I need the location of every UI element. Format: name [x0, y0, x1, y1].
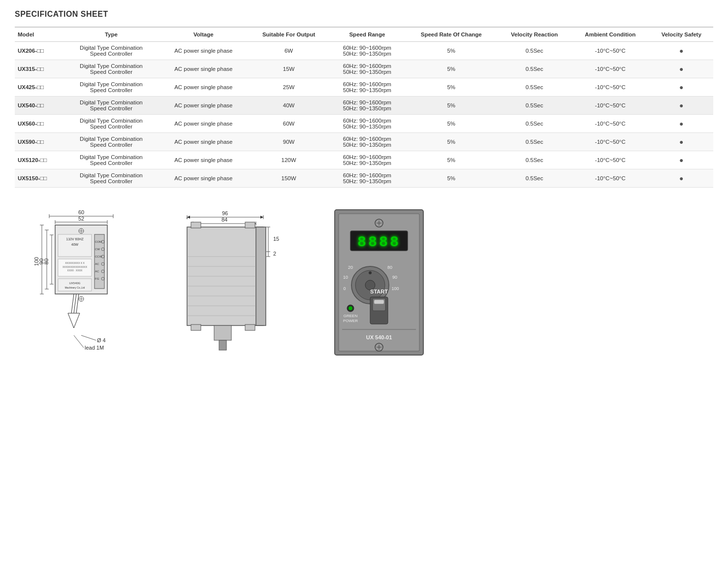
col-voltage: Voltage	[159, 27, 248, 42]
cell-output: 90W	[248, 133, 330, 151]
svg-rect-82	[191, 325, 201, 330]
col-speed: Speed Range	[329, 27, 405, 42]
cell-model: UX425-□□	[15, 78, 63, 97]
cell-voltage: AC power single phase	[159, 60, 248, 78]
svg-line-38	[71, 294, 74, 313]
cell-model: UX206-□□	[15, 42, 63, 60]
cell-voltage: AC power single phase	[159, 78, 248, 97]
cell-ambient: -10°C~50°C	[571, 78, 649, 97]
svg-text:Machinery Co.,Ltd: Machinery Co.,Ltd	[65, 286, 85, 289]
cell-model: UX315-□□	[15, 60, 63, 78]
cell-voltage: AC power single phase	[159, 169, 248, 188]
cell-type: Digital Type CombinationSpeed Controller	[63, 115, 159, 133]
cell-type: Digital Type CombinationSpeed Controller	[63, 151, 159, 169]
svg-marker-63	[187, 216, 190, 219]
svg-text:UX 540-01: UX 540-01	[366, 334, 392, 340]
col-output: Suitable For Output	[248, 27, 330, 42]
svg-text:8888: 8888	[357, 234, 401, 251]
svg-text:84: 84	[222, 217, 227, 223]
cell-reaction: 0.5Sec	[498, 169, 571, 188]
cell-rate: 5%	[405, 60, 498, 78]
col-ambient: Ambient Condition	[571, 27, 649, 42]
cell-speed: 60Hz: 90~1600rpm50Hz: 90~1350rpm	[329, 115, 405, 133]
cell-reaction: 0.5Sec	[498, 151, 571, 169]
cell-voltage: AC power single phase	[159, 151, 248, 169]
svg-line-56	[74, 335, 84, 348]
cell-reaction: 0.5Sec	[498, 42, 571, 60]
svg-rect-113	[374, 300, 384, 304]
cell-model: UX5120-□□	[15, 151, 63, 169]
cell-rate: 5%	[405, 133, 498, 151]
svg-text:110V 60HZ: 110V 60HZ	[66, 237, 84, 241]
cell-reaction: 0.5Sec	[498, 115, 571, 133]
svg-text:60: 60	[78, 209, 84, 215]
svg-text:80: 80	[387, 265, 392, 270]
svg-text:START: START	[370, 289, 388, 294]
cell-model: UX5150-□□	[15, 169, 63, 188]
cell-speed: 60Hz: 90~1600rpm50Hz: 90~1350rpm	[329, 151, 405, 169]
cell-type: Digital Type CombinationSpeed Controller	[63, 42, 159, 60]
cell-model: UX560-□□	[15, 115, 63, 133]
table-row: UX5150-□□ Digital Type CombinationSpeed …	[15, 169, 713, 188]
table-row: UX315-□□ Digital Type CombinationSpeed C…	[15, 60, 713, 78]
cell-output: 60W	[248, 115, 330, 133]
svg-text:2: 2	[273, 251, 276, 257]
cell-ambient: -10°C~50°C	[571, 97, 649, 115]
cell-safety: ●	[650, 115, 713, 133]
svg-text:0: 0	[343, 286, 346, 291]
cell-rate: 5%	[405, 78, 498, 97]
cell-voltage: AC power single phase	[159, 97, 248, 115]
cell-safety: ●	[650, 133, 713, 151]
svg-text:AC: AC	[95, 262, 99, 265]
svg-rect-81	[245, 222, 255, 228]
col-rate: Speed Rate Of Change	[405, 27, 498, 42]
cell-safety: ●	[650, 60, 713, 78]
cell-speed: 60Hz: 90~1600rpm50Hz: 90~1350rpm	[329, 78, 405, 97]
svg-text:100: 100	[391, 286, 399, 291]
svg-rect-83	[245, 325, 255, 330]
svg-text:CW: CW	[95, 248, 100, 251]
cell-safety: ●	[650, 151, 713, 169]
cell-type: Digital Type CombinationSpeed Controller	[63, 60, 159, 78]
svg-text:XXXXXXXXX X X: XXXXXXXXX X X	[65, 261, 85, 264]
cell-safety: ●	[650, 42, 713, 60]
diagrams-section: 60 52 COM CW CCW AC AC FG	[15, 207, 713, 366]
cell-voltage: AC power single phase	[159, 42, 248, 60]
svg-line-39	[74, 294, 76, 313]
svg-text:52: 52	[78, 216, 84, 222]
cell-ambient: -10°C~50°C	[571, 169, 649, 188]
cell-ambient: -10°C~50°C	[571, 60, 649, 78]
cell-rate: 5%	[405, 97, 498, 115]
cell-safety: ●	[650, 97, 713, 115]
cell-type: Digital Type CombinationSpeed Controller	[63, 97, 159, 115]
svg-point-103	[369, 271, 372, 274]
table-row: UX590-□□ Digital Type CombinationSpeed C…	[15, 133, 713, 151]
cell-reaction: 0.5Sec	[498, 78, 571, 97]
cell-speed: 60Hz: 90~1600rpm50Hz: 90~1350rpm	[329, 60, 405, 78]
page-title: SPECIFICATION SHEET	[15, 10, 713, 19]
cell-rate: 5%	[405, 151, 498, 169]
svg-text:POWER: POWER	[343, 319, 358, 323]
cell-rate: 5%	[405, 115, 498, 133]
svg-rect-72	[256, 227, 266, 326]
cell-speed: 60Hz: 90~1600rpm50Hz: 90~1350rpm	[329, 169, 405, 188]
svg-point-115	[348, 306, 352, 310]
svg-marker-41	[68, 313, 80, 328]
svg-text:20: 20	[348, 265, 353, 270]
svg-text:Ø 4: Ø 4	[97, 337, 106, 343]
cell-ambient: -10°C~50°C	[571, 133, 649, 151]
svg-text:96: 96	[222, 210, 228, 216]
svg-text:UX540G: UX540G	[69, 282, 80, 285]
svg-text:15: 15	[273, 236, 279, 242]
cell-speed: 60Hz: 90~1600rpm50Hz: 90~1350rpm	[329, 133, 405, 151]
svg-text:COM: COM	[95, 240, 102, 243]
cell-type: Digital Type CombinationSpeed Controller	[63, 169, 159, 188]
cell-reaction: 0.5Sec	[498, 133, 571, 151]
table-header-row: Model Type Voltage Suitable For Output S…	[15, 27, 713, 42]
svg-rect-92	[219, 340, 226, 350]
cell-voltage: AC power single phase	[159, 133, 248, 151]
cell-model: UX540-□□	[15, 97, 63, 115]
svg-rect-80	[191, 222, 201, 228]
svg-text:AC: AC	[95, 270, 99, 273]
cell-rate: 5%	[405, 169, 498, 188]
